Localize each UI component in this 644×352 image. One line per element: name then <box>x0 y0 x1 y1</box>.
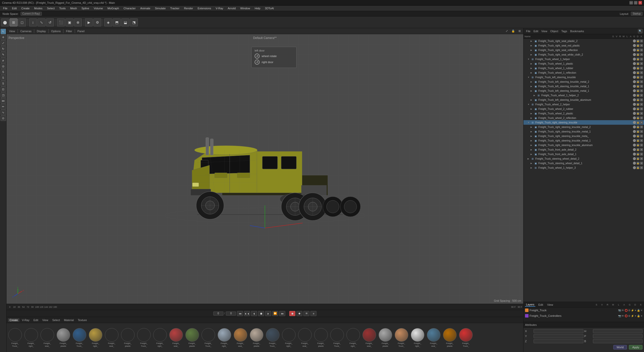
material-slot[interactable]: Freight_Truck_ <box>458 328 473 348</box>
tree-item[interactable]: ▼⊞Freight_Truck_right_steering_knuckle🔒✕ <box>524 120 644 125</box>
viewport-lock[interactable]: 🔒 <box>510 29 516 33</box>
tool-s-poly[interactable]: S <box>1 75 6 80</box>
start-frame-input[interactable] <box>213 312 223 316</box>
attr-h-input[interactable] <box>593 329 643 333</box>
node-space-dropdown[interactable]: Current (V-Ray) <box>21 12 42 16</box>
delete-icon[interactable]: ✕ <box>640 62 643 65</box>
material-slot[interactable]: Freight_Truck_ <box>201 328 216 348</box>
tree-item[interactable]: ▶▣Freight_Truck_wheel_2_reflection🔒✕ <box>524 116 644 120</box>
tool-s-paint[interactable]: S <box>1 81 6 86</box>
expand-arrow-icon[interactable]: ▶ <box>531 72 534 74</box>
material-slot[interactable]: Freight_plastic <box>56 328 71 348</box>
record-button[interactable]: ⏺ <box>289 311 295 316</box>
lock-icon[interactable]: 🔒 <box>636 80 639 83</box>
material-slot[interactable]: Freight_seat_ <box>297 328 312 348</box>
delete-icon[interactable]: ✕ <box>640 144 643 147</box>
delete-icon[interactable]: ✕ <box>640 89 643 92</box>
tree-item[interactable]: ▶⊞Freight_Truck_steering_wheel_detail_2🔒… <box>524 156 644 161</box>
menu-item-volume[interactable]: Volume <box>92 6 105 10</box>
tree-item[interactable]: ▶▣Freight_Truck_left_steering_knuckle_me… <box>524 84 644 89</box>
material-slot[interactable]: Freight_right_ <box>88 328 103 348</box>
viewport-grid[interactable]: ⊞ <box>517 29 522 33</box>
lock-icon[interactable]: 🔒 <box>636 98 639 101</box>
om-bookmarks-menu[interactable]: Bookmarks <box>569 29 585 33</box>
delete-icon[interactable]: ✕ <box>640 157 643 160</box>
menu-item-file[interactable]: File <box>1 6 10 10</box>
expand-arrow-icon[interactable]: ▶ <box>531 54 534 56</box>
delete-icon[interactable]: ✕ <box>640 76 643 79</box>
tool-brush[interactable]: ✎ <box>1 52 6 57</box>
tool-pen[interactable]: ✏ <box>1 104 6 109</box>
lock-icon[interactable]: 🔒 <box>636 44 639 47</box>
delete-icon[interactable]: ✕ <box>640 94 643 97</box>
delete-icon[interactable]: ✕ <box>640 135 643 138</box>
delete-icon[interactable]: ✕ <box>640 39 643 42</box>
menu-item-v-ray[interactable]: V-Ray <box>214 6 225 10</box>
menu-item-extensions[interactable]: Extensions <box>195 6 213 10</box>
delete-icon[interactable]: ✕ <box>640 130 643 133</box>
tool-knife[interactable]: ⌀ <box>1 58 6 63</box>
material-slot[interactable]: Freight_seat_ <box>233 328 248 348</box>
lock-icon[interactable]: 🔒 <box>636 148 639 151</box>
material-slot[interactable]: Freight_right_ <box>152 328 168 348</box>
lock-icon[interactable]: 🔒 <box>636 103 639 106</box>
delete-icon[interactable]: ✕ <box>640 116 643 119</box>
menu-item-help[interactable]: Help <box>253 6 262 10</box>
material-slot[interactable]: Freight_plastic <box>378 328 393 348</box>
material-slot[interactable]: Freight_Truck_ <box>72 328 87 348</box>
layers-edit-tab[interactable]: Edit <box>537 303 544 306</box>
tool-rotate[interactable]: ↺ <box>46 18 54 26</box>
om-file-menu[interactable]: File <box>525 29 532 33</box>
expand-arrow-icon[interactable]: ▶ <box>531 167 534 169</box>
menu-item-render[interactable]: Render <box>182 6 195 10</box>
material-slot[interactable]: Freight_plastic <box>249 328 264 348</box>
lock-icon[interactable]: 🔒 <box>636 85 639 88</box>
expand-arrow-icon[interactable]: ▶ <box>531 49 534 51</box>
tree-item[interactable]: ▶▣Freight_Truck_left_steering_knuckle_al… <box>524 98 644 102</box>
tool-move[interactable]: ↕ <box>29 18 37 26</box>
viewport-cameras-menu[interactable]: Cameras <box>19 29 33 33</box>
mode-points[interactable]: ⬤ <box>1 18 9 26</box>
expand-arrow-icon[interactable]: ▶ <box>531 108 534 110</box>
tool-magnet[interactable]: ◎ <box>1 63 6 69</box>
tool-select-all[interactable]: ⬛ <box>57 18 65 26</box>
tree-item[interactable]: ▼⊞Freight_Truck_wheel_1_helper🔒✕ <box>524 57 644 61</box>
layers-view-tab[interactable]: View <box>546 303 554 306</box>
layer-icon-7[interactable]: ✕ <box>640 315 642 317</box>
tree-item[interactable]: ▶▣Freight_Truck_wheel_1_plastic🔒✕ <box>524 61 644 66</box>
viewport-expand[interactable]: ⤢ <box>505 29 509 33</box>
viewport-view-menu[interactable]: View <box>8 29 16 33</box>
expand-arrow-icon[interactable]: ▼ <box>528 76 531 78</box>
layer-icon-3[interactable]: ⚙ <box>628 309 630 312</box>
delete-icon[interactable]: ✕ <box>640 153 643 156</box>
tool-spline[interactable]: ∿ <box>1 110 6 115</box>
goto-start-button[interactable]: ⏮ <box>237 311 243 316</box>
delete-icon[interactable]: ✕ <box>640 107 643 110</box>
apply-button[interactable]: Apply <box>629 345 642 349</box>
layer-icon-1[interactable]: 👁 <box>622 309 624 312</box>
menu-item-window[interactable]: Window <box>238 6 252 10</box>
view-top[interactable]: ⬒ <box>113 18 121 26</box>
tree-item[interactable]: ▶▣Freight_Truck_wheel_1_reflection🔒✕ <box>524 70 644 75</box>
material-slot[interactable]: Freight_plastic <box>185 328 200 348</box>
tool-s-sym[interactable]: S <box>1 69 6 75</box>
layer-icon-0[interactable]: 📷 <box>618 315 621 317</box>
delete-icon[interactable]: ✕ <box>640 103 643 106</box>
delete-icon[interactable]: ✕ <box>640 148 643 151</box>
step-back-button[interactable]: ⏴⏴ <box>244 311 250 316</box>
delete-icon[interactable]: ✕ <box>640 44 643 47</box>
material-slot[interactable]: Freight_plastic <box>313 328 329 348</box>
expand-arrow-icon[interactable]: ▶ <box>531 162 534 164</box>
tree-item[interactable]: ▶▣Freight_Truck_right_steering_knuckle_m… <box>524 134 644 138</box>
expand-arrow-icon[interactable]: ▶ <box>531 81 534 83</box>
bottom-tab-view[interactable]: View <box>41 318 50 322</box>
menu-item-mesh[interactable]: Mesh <box>68 6 79 10</box>
attr-p-input[interactable] <box>593 334 643 338</box>
tree-item[interactable]: ▶▣Freight_Truck_left_steering_knuckle_me… <box>524 89 644 93</box>
material-slot[interactable]: Freight_plastic <box>442 328 457 348</box>
tool-render-settings[interactable]: ⚙ <box>93 18 101 26</box>
layers-tab[interactable]: Layers <box>525 303 535 307</box>
tool-select[interactable]: ↖ <box>1 29 6 34</box>
lock-icon[interactable]: 🔒 <box>636 62 639 65</box>
stop-button[interactable]: ⏹ <box>258 311 264 316</box>
